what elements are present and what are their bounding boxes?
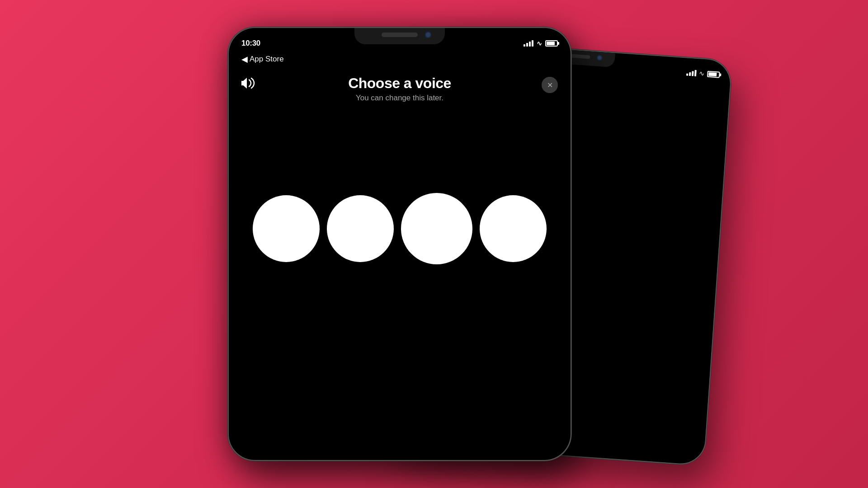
status-icons: ∿ — [524, 40, 558, 47]
header-row: Choose a voice You can change this later… — [241, 75, 558, 103]
close-icon: ✕ — [547, 81, 553, 89]
phone-2-signal-icon — [686, 69, 697, 76]
signal-bar-4 — [532, 40, 533, 47]
voice-circle-3[interactable] — [401, 193, 472, 264]
phone-1-power-button — [571, 155, 571, 209]
voice-circle-4[interactable] — [480, 195, 547, 262]
voice-circle-2[interactable] — [327, 195, 394, 262]
header-subtitle: You can change this later. — [258, 94, 542, 103]
battery-icon — [545, 40, 558, 47]
wifi-icon: ∿ — [537, 40, 542, 47]
phones-container: ∿ ith voice rt talking can have spokenti… — [0, 0, 868, 488]
header-text: Choose a voice You can change this later… — [258, 75, 542, 103]
phone-1-notch — [354, 28, 445, 44]
phone-1-screen: 10:30 ∿ ◀ App Store — [229, 28, 571, 460]
battery-fill — [547, 42, 555, 45]
phone-1-notch-camera — [425, 32, 431, 38]
signal-bar-3 — [692, 71, 694, 76]
phone-2-status-icons: ∿ — [686, 69, 720, 78]
signal-icon — [524, 40, 533, 47]
nav-back-label: App Store — [250, 55, 284, 64]
back-arrow-icon: ◀ — [241, 54, 248, 64]
speaker-icon — [241, 77, 258, 93]
close-button[interactable]: ✕ — [542, 77, 558, 93]
signal-bar-4 — [694, 70, 697, 76]
signal-bar-3 — [529, 42, 531, 47]
header-title: Choose a voice — [258, 75, 542, 92]
phone-2-battery-fill — [708, 72, 717, 76]
status-time: 10:30 — [241, 39, 260, 48]
voice-circles — [241, 193, 558, 264]
nav-back[interactable]: ◀ App Store — [229, 52, 571, 66]
screen-content: Choose a voice You can change this later… — [229, 75, 571, 264]
phone-1-notch-speaker — [382, 33, 418, 37]
voice-circle-1[interactable] — [253, 195, 320, 262]
signal-bar-1 — [524, 44, 525, 47]
phone-2-battery-icon — [707, 71, 720, 78]
signal-bar-2 — [689, 72, 691, 76]
signal-bar-2 — [526, 43, 528, 47]
signal-bar-1 — [686, 73, 688, 75]
phone-1: 10:30 ∿ ◀ App Store — [228, 27, 571, 461]
phone-2-notch-camera — [597, 55, 603, 61]
phone-2-wifi-icon: ∿ — [699, 70, 705, 77]
